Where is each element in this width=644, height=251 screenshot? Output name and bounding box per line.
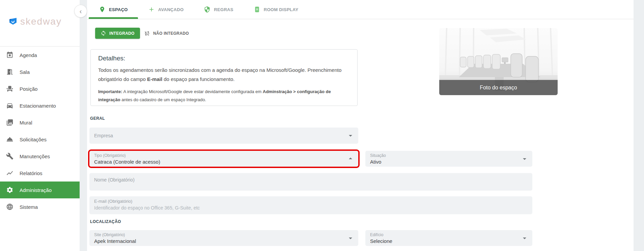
globe-icon — [6, 203, 13, 211]
tab-espaco[interactable]: ESPAÇO — [89, 0, 138, 19]
sidebar-item-sala[interactable]: Sala — [0, 63, 80, 80]
sidebar: skedway Agenda Sala Posição Estacionamen… — [0, 0, 80, 251]
situacao-value: Ativo — [370, 159, 528, 165]
chevron-down-icon — [349, 135, 352, 137]
sidebar-item-label: Sala — [20, 69, 30, 75]
brand-name: skedway — [20, 16, 62, 27]
tab-label: ESPAÇO — [109, 7, 128, 12]
sidebar-item-estacionamento[interactable]: Estacionamento — [0, 97, 80, 114]
situacao-select[interactable]: Situação Ativo — [365, 151, 532, 167]
sidebar-item-label: Posição — [20, 86, 37, 92]
email-input[interactable]: E-mail (Obrigatório) Identificador do es… — [89, 196, 532, 214]
sidebar-item-label: Administração — [20, 187, 52, 193]
skedway-admin-page: skedway Agenda Sala Posição Estacionamen… — [0, 0, 644, 251]
sidebar-item-label: Sistema — [20, 204, 38, 210]
photo-library-icon — [6, 119, 13, 126]
details-title: Detalhes: — [98, 55, 350, 62]
email-label: E-mail (Obrigatório) — [94, 199, 528, 204]
edificio-label: Edifício — [370, 232, 528, 237]
seat-icon — [6, 85, 13, 92]
chevron-down-icon — [523, 158, 526, 160]
details-text: do espaço para funcionamento. — [162, 76, 234, 82]
chevron-down-icon — [349, 238, 352, 239]
sidebar-item-solicitacoes[interactable]: Solicitações — [0, 131, 80, 148]
pin-icon — [99, 6, 106, 13]
sidebar-item-administracao[interactable]: Administração — [0, 182, 80, 198]
car-icon — [6, 102, 13, 109]
details-text-bold: E-mail — [147, 76, 162, 82]
integrado-button[interactable]: INTEGRADO — [95, 28, 140, 39]
tipo-label: Tipo (Obrigatório) — [94, 153, 354, 158]
details-text: A integração Microsoft/Google deve estar… — [122, 89, 263, 94]
sidebar-item-label: Solicitações — [20, 137, 47, 142]
calendar-icon — [6, 51, 13, 59]
tipo-value: Catraca (Controle de acesso) — [94, 159, 354, 165]
sync-icon — [101, 30, 106, 36]
wrench-icon — [6, 152, 13, 160]
chart-line-icon — [6, 169, 13, 177]
sidebar-item-label: Manutenções — [20, 154, 50, 159]
sync-disabled-icon — [144, 30, 150, 36]
localizacao-heading: LOCALIZAÇÃO — [90, 219, 121, 224]
sidebar-item-posicao[interactable]: Posição — [0, 80, 80, 97]
site-select[interactable]: Site (Obrigatório) Apek Internacional — [89, 230, 358, 246]
skedway-logo: skedway — [8, 16, 62, 27]
sidebar-item-manutencoes[interactable]: Manutenções — [0, 148, 80, 165]
space-photo-card[interactable]: Foto do espaço — [439, 28, 558, 95]
tab-avancado[interactable]: AVANÇADO — [138, 0, 194, 19]
site-value: Apek Internacional — [94, 238, 354, 244]
empresa-select[interactable]: Empresa — [89, 128, 358, 144]
tablet-icon — [254, 6, 260, 13]
photo-caption-text: Foto do espaço — [480, 85, 517, 91]
door-icon — [6, 68, 13, 76]
sidebar-item-relatorios[interactable]: Relatórios — [0, 165, 80, 182]
sidebar-item-label: Agenda — [20, 52, 37, 58]
chevron-left-icon: ‹ — [80, 8, 82, 15]
tab-label: REGRAS — [214, 7, 233, 12]
empresa-label: Empresa — [94, 133, 113, 138]
sidebar-item-label: Estacionamento — [20, 103, 56, 109]
tab-label: AVANÇADO — [158, 7, 184, 12]
chevron-up-icon — [349, 158, 352, 159]
tab-bar: ESPAÇO AVANÇADO REGRAS ROOM DISPLAY — [87, 0, 634, 19]
edificio-select[interactable]: Edifício Selecione — [365, 230, 532, 246]
nao-integrado-label: NÃO INTEGRADO — [153, 31, 189, 36]
edificio-value: Selecione — [370, 238, 528, 244]
geral-heading: GERAL — [90, 116, 105, 121]
tipo-select[interactable]: Tipo (Obrigatório) Catraca (Controle de … — [89, 151, 358, 167]
details-paragraph-1: Todos os agendamentos serão sincronizado… — [98, 65, 350, 84]
photo-caption-bar: Foto do espaço — [439, 80, 558, 95]
tab-regras[interactable]: REGRAS — [194, 0, 243, 19]
tab-label: ROOM DISPLAY — [264, 7, 299, 12]
details-paragraph-2: Importante: A integração Microsoft/Googl… — [98, 88, 350, 104]
active-tab-underline — [89, 17, 138, 19]
sidebar-collapse-button[interactable]: ‹ — [74, 5, 87, 18]
nao-integrado-button[interactable]: NÃO INTEGRADO — [142, 28, 191, 39]
gear-icon — [6, 186, 13, 194]
main-content: ESPAÇO AVANÇADO REGRAS ROOM DISPLAY INTE… — [87, 0, 634, 251]
details-text: antes do cadastro de um espaço Integrado… — [120, 97, 206, 102]
sidebar-item-label: Relatórios — [20, 170, 43, 176]
skedway-flag-icon — [8, 18, 17, 26]
details-text-bold: Importante: — [98, 89, 122, 94]
sidebar-item-sistema[interactable]: Sistema — [0, 198, 80, 215]
nome-label: Nome (Obrigatório) — [94, 177, 135, 183]
tab-room-display[interactable]: ROOM DISPLAY — [244, 0, 309, 19]
site-label: Site (Obrigatório) — [94, 232, 354, 237]
shield-icon — [204, 6, 211, 13]
email-placeholder: Identificador do espaço no Office 365, G… — [94, 205, 528, 211]
nome-input[interactable]: Nome (Obrigatório) — [89, 173, 532, 191]
sidebar-item-agenda[interactable]: Agenda — [0, 47, 80, 63]
sidebar-item-mural[interactable]: Mural — [0, 114, 80, 131]
plus-icon — [148, 6, 155, 13]
details-panel: Detalhes: Todos os agendamentos serão si… — [90, 49, 358, 106]
integrado-label: INTEGRADO — [109, 31, 135, 36]
situacao-label: Situação — [370, 153, 528, 158]
sidebar-menu: Agenda Sala Posição Estacionamento Mural… — [0, 47, 80, 215]
sidebar-item-label: Mural — [20, 120, 32, 125]
service-bell-icon — [6, 136, 13, 143]
chevron-down-icon — [523, 238, 526, 239]
